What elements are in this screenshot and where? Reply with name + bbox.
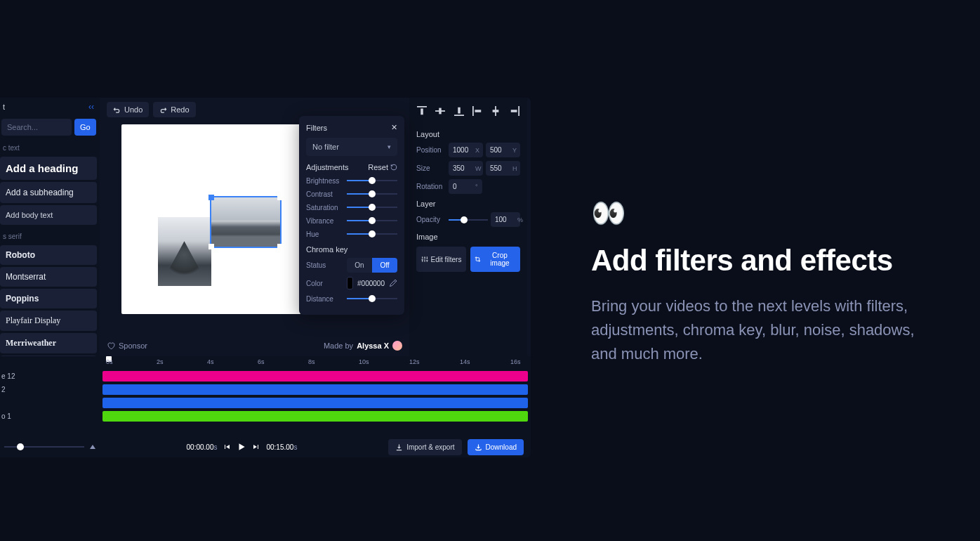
timeline-tick: 14s	[460, 358, 470, 365]
align-right-icon[interactable]	[510, 106, 519, 116]
layout-section-title: Layout	[416, 130, 520, 138]
next-frame-button[interactable]	[252, 443, 260, 451]
align-bottom-icon[interactable]	[454, 106, 464, 116]
timeline-clip[interactable]	[102, 384, 528, 395]
track-label[interactable]: e 12	[0, 372, 102, 380]
chroma-status-toggle[interactable]: On Off	[347, 258, 397, 273]
position-y-input[interactable]: Y	[486, 143, 520, 157]
hero-body: Bring your videos to the next levels wit…	[591, 294, 942, 366]
author-avatar	[392, 341, 402, 351]
text-section-label: c text	[0, 138, 100, 155]
reset-label: Reset	[368, 163, 388, 171]
crop-image-button[interactable]: Crop image	[470, 247, 520, 272]
sponsor-label: Sponsor	[119, 341, 147, 350]
made-by-credit[interactable]: Made by Alyssa X	[324, 341, 402, 351]
align-vcenter-icon[interactable]	[435, 106, 445, 116]
timeline-tick: 2s	[157, 358, 164, 365]
timeline-clip[interactable]	[102, 371, 528, 382]
distance-slider[interactable]	[347, 294, 397, 303]
collapse-icon[interactable]: ‹‹	[88, 102, 94, 112]
canvas-image-mountain-portrait[interactable]	[158, 217, 211, 286]
opacity-slider[interactable]	[449, 216, 488, 224]
download-button[interactable]: Download	[468, 439, 524, 455]
font-poppins[interactable]: Poppins	[0, 289, 97, 308]
brightness-label: Brightness	[306, 177, 343, 185]
color-swatch[interactable]	[347, 277, 353, 289]
rotation-input[interactable]: °	[449, 179, 482, 194]
hue-slider[interactable]	[347, 230, 397, 238]
filters-title: Filters	[306, 124, 327, 132]
resize-handle[interactable]	[279, 245, 283, 249]
hue-label: Hue	[306, 230, 343, 238]
timeline: 0s 2s 4s 6s 8s 10s 12s 14s 16s e 12 2 o …	[0, 356, 531, 457]
timeline-ruler[interactable]: 0s 2s 4s 6s 8s 10s 12s 14s 16s	[106, 356, 531, 369]
timeline-clip[interactable]	[102, 411, 528, 422]
svg-rect-0	[417, 106, 427, 107]
add-body-text-button[interactable]: Add body text	[0, 205, 97, 225]
svg-rect-7	[475, 110, 482, 112]
align-top-icon[interactable]	[417, 106, 427, 116]
vibrance-slider[interactable]	[347, 216, 397, 225]
canvas-image-mountain-landscape-selected[interactable]	[211, 197, 280, 247]
font-roboto[interactable]: Roboto	[0, 245, 97, 265]
prev-frame-button[interactable]	[223, 443, 231, 451]
sidebar-title: t	[3, 103, 5, 111]
font-merriweather[interactable]: Merriweather	[0, 333, 97, 353]
add-subheading-button[interactable]: Add a subheading	[0, 182, 97, 203]
size-label: Size	[416, 164, 446, 172]
import-export-button[interactable]: Import & export	[388, 439, 461, 455]
sponsor-link[interactable]: Sponsor	[107, 341, 147, 350]
image-section-title: Image	[416, 233, 520, 241]
font-playfair[interactable]: Playfair Display	[0, 311, 97, 331]
eyedropper-icon[interactable]	[389, 279, 397, 287]
crop-image-label: Crop image	[484, 252, 516, 267]
resize-handle[interactable]	[208, 245, 213, 249]
svg-rect-4	[454, 115, 464, 116]
timeline-tick: 6s	[258, 358, 265, 365]
redo-button[interactable]: Redo	[153, 102, 195, 117]
timeline-tick: 4s	[207, 358, 214, 365]
filters-panel: Filters ✕ No filter ▾ Adjustments Reset …	[299, 116, 404, 315]
edit-filters-button[interactable]: Edit filters	[416, 247, 466, 272]
svg-rect-3	[439, 108, 442, 115]
saturation-slider[interactable]	[347, 203, 397, 211]
search-go-button[interactable]: Go	[74, 119, 96, 136]
undo-button[interactable]: Undo	[107, 102, 149, 117]
track-label[interactable]: o 1	[0, 412, 102, 420]
align-left-icon[interactable]	[472, 106, 482, 116]
resize-handle[interactable]	[208, 195, 213, 199]
eyes-emoji: 👀	[591, 197, 942, 230]
size-w-input[interactable]: W	[449, 161, 483, 176]
chroma-on-button[interactable]: On	[347, 258, 372, 273]
author-name: Alyssa X	[357, 341, 389, 350]
saturation-label: Saturation	[306, 204, 343, 211]
brightness-slider[interactable]	[347, 176, 397, 185]
timeline-clip[interactable]	[102, 398, 528, 408]
video-editor-app: t ‹‹ Go c text Add a heading Add a subhe…	[0, 98, 531, 457]
track-label[interactable]: 2	[0, 386, 102, 393]
zoom-fit-icon[interactable]	[90, 445, 95, 449]
position-x-input[interactable]: X	[449, 143, 483, 157]
size-h-input[interactable]: H	[486, 161, 520, 176]
chroma-key-title: Chroma key	[306, 245, 397, 254]
play-button[interactable]	[237, 442, 246, 452]
filter-select[interactable]: No filter ▾	[306, 138, 397, 156]
font-montserrat[interactable]: Montserrat	[0, 267, 97, 287]
opacity-label: Opacity	[416, 216, 446, 223]
opacity-value[interactable]: %	[491, 212, 520, 227]
chroma-off-button[interactable]: Off	[372, 258, 397, 273]
adjustments-title: Adjustments	[306, 163, 349, 171]
close-icon[interactable]: ✕	[391, 123, 397, 132]
contrast-slider[interactable]	[347, 190, 397, 198]
reset-button[interactable]: Reset	[368, 163, 397, 171]
timeline-tick: 8s	[308, 358, 315, 365]
add-heading-button[interactable]: Add a heading	[0, 157, 97, 180]
timeline-tick: 10s	[359, 358, 369, 365]
zoom-slider[interactable]	[4, 443, 84, 451]
search-input[interactable]	[1, 119, 72, 136]
timeline-tick: 0s	[106, 358, 113, 365]
resize-handle[interactable]	[279, 195, 283, 199]
download-label: Download	[486, 443, 517, 451]
contrast-label: Contrast	[306, 190, 343, 198]
align-hcenter-icon[interactable]	[491, 106, 501, 116]
